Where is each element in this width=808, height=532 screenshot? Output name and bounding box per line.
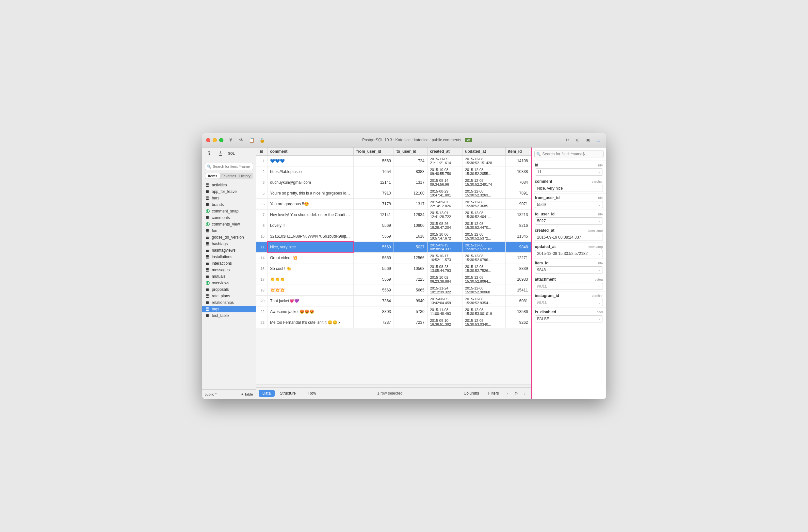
table-row[interactable]: 22Awesome jacket 😍😍😍830357302015-11-0311… (256, 306, 531, 317)
cell-comment[interactable]: Me too Fernanda! It's cute isn't it 😊😊 x (268, 317, 354, 328)
cell-comment[interactable]: You are gorgeous !!😍 (268, 198, 354, 209)
field-value-to_user_id[interactable]: 5027⌄ (535, 217, 603, 225)
table-row[interactable]: 11Nice, very nice556950272015-09-1908:38… (256, 242, 531, 252)
col-created_at[interactable]: created_at (427, 148, 462, 156)
cell-comment[interactable]: $2a$10$HZLN88PNuWWi47uS91b8dR98ijt0kblvc… (268, 231, 354, 242)
cell-created_at: 2015-12-0112:41:28.722 (427, 209, 462, 220)
table-row[interactable]: 16So cool ! 👏5569105682015-08-2813:05:44… (256, 263, 531, 274)
lock-icon[interactable]: 🔒 (259, 136, 266, 144)
table-container[interactable]: idcommentfrom_user_idto_user_idcreated_a… (256, 148, 531, 384)
col-from_user_id[interactable]: from_user_id (354, 148, 394, 156)
maximize-button[interactable] (219, 138, 223, 142)
cell-comment[interactable]: Great video! 💥 (268, 252, 354, 263)
field-value-from_user_id[interactable]: 5569⌄ (535, 201, 603, 208)
sidebar-item-brands[interactable]: brands (202, 202, 256, 208)
table-row[interactable]: 1💙💙💙55697242015-11-0921:11:21.6142015-12… (256, 155, 531, 166)
sidebar-item-hashtags[interactable]: hashtags (202, 241, 256, 247)
close-button[interactable] (206, 138, 210, 142)
field-value-attachment[interactable]: NULL⌄ (535, 283, 603, 290)
tab-items[interactable]: Items (205, 173, 220, 178)
add-table-button[interactable]: + Table (241, 392, 253, 396)
table-row[interactable]: 20That jacket💗💜736499402015-08-0513:42:0… (256, 296, 531, 306)
tab-data-button[interactable]: Data (259, 390, 275, 397)
col-item_id[interactable]: item_id (505, 148, 531, 156)
table-row[interactable]: 17👏👏👏556972252015-10-0206:23:38.8842015-… (256, 274, 531, 285)
table-row[interactable]: 10$2a$10$HZLN88PNuWWi47uS91b8dR98ijt0kbl… (256, 231, 531, 242)
sidebar-search-input[interactable] (205, 163, 253, 170)
cell-comment[interactable]: Lovely!!! (268, 220, 354, 231)
sidebar-item-interactions[interactable]: interactions (202, 260, 256, 267)
sidebar-item-comments_view[interactable]: comments_view (202, 221, 256, 227)
field-value-is_disabled[interactable]: FALSE⌄ (535, 315, 603, 322)
table-row[interactable]: 19💥💥💥556956652015-11-2410:12:39.3222015-… (256, 285, 531, 296)
add-row-button[interactable]: + Row (301, 390, 320, 397)
field-value-comment[interactable]: Nice, very nice⌄ (535, 185, 603, 192)
sidebar-item-installations[interactable]: installations (202, 253, 256, 260)
field-value-updated_at[interactable]: 2015-12-08 15:30:52.572182⌄ (535, 250, 603, 257)
sidebar-item-mutuals[interactable]: mutuals (202, 273, 256, 280)
table-row[interactable]: 2https://tableplus.io165483832015-10-030… (256, 166, 531, 177)
horizontal-scrollbar[interactable] (256, 384, 531, 387)
cell-comment[interactable]: 💙💙💙 (268, 155, 354, 166)
cell-comment[interactable]: So cool ! 👏 (268, 263, 354, 274)
grid-icon[interactable]: ⊞ (574, 136, 581, 144)
table-row[interactable]: 14Great video! 💥5569125662015-10-1716:52… (256, 252, 531, 263)
next-page-icon[interactable]: › (521, 390, 529, 397)
sidebar-item-goose_db_version[interactable]: goose_db_version (202, 234, 256, 241)
settings-icon[interactable]: ⚙ (513, 390, 520, 397)
cell-comment[interactable]: That jacket💗💜 (268, 296, 354, 306)
sidebar-item-relationships[interactable]: relationships (202, 299, 256, 306)
sidebar-item-rate_plans[interactable]: rate_plans (202, 293, 256, 299)
cell-comment[interactable]: Awesome jacket 😍😍😍 (268, 306, 354, 317)
table-row[interactable]: 3duchuykun@gmail.com1214113172015-08-140… (256, 177, 531, 188)
tab-history[interactable]: History (237, 173, 252, 178)
table-row[interactable]: 6You are gorgeous !!😍717813172015-09-072… (256, 198, 531, 209)
sidebar-item-app_for_leave[interactable]: app_for_leave (202, 188, 256, 195)
table-row[interactable]: 5You're so pretty, this is a nice ni gor… (256, 188, 531, 198)
cell-comment[interactable]: 👏👏👏 (268, 274, 354, 285)
sidebar-item-bars[interactable]: bars (202, 195, 256, 202)
sidebar-item-messages[interactable]: messages (202, 267, 256, 273)
refresh-icon[interactable]: ↻ (564, 136, 571, 144)
cell-comment[interactable]: Nice, very nice (268, 242, 354, 252)
filters-button[interactable]: Filters (484, 390, 503, 397)
field-value-created_at[interactable]: 2015-09-19 08:38:24.337⌄ (535, 234, 603, 241)
sidebar-item-foo[interactable]: foo (202, 227, 256, 234)
right-panel-search-input[interactable] (534, 150, 604, 158)
panel-left-icon[interactable]: ▣ (585, 136, 592, 144)
sidebar-item-test_table[interactable]: test_table (202, 312, 256, 319)
sidebar-item-comments[interactable]: comments (202, 214, 256, 221)
server-icon[interactable]: 🗄 (216, 150, 225, 157)
sidebar-item-proposals[interactable]: proposals (202, 286, 256, 293)
sidebar-item-overviews[interactable]: overviews (202, 280, 256, 286)
cell-comment[interactable]: You're so pretty, this is a nice ni gorg… (268, 188, 354, 198)
cell-comment[interactable]: duchuykun@gmail.com (268, 177, 354, 188)
cell-comment[interactable]: https://tableplus.io (268, 166, 354, 177)
tab-structure-button[interactable]: Structure (276, 390, 300, 397)
sidebar-item-tags[interactable]: tags (202, 306, 256, 312)
col-updated_at[interactable]: updated_at (462, 148, 505, 156)
minimize-button[interactable] (213, 138, 217, 142)
col-to_user_id[interactable]: to_user_id (394, 148, 427, 156)
field-value-id[interactable]: 11⌄ (535, 168, 603, 176)
schema-select[interactable]: public ⌃ (205, 392, 239, 396)
cell-comment[interactable]: Hey lovely! You should def. enter the Ch… (268, 209, 354, 220)
prev-page-icon[interactable]: ‹ (504, 390, 511, 397)
sql-icon[interactable]: SQL (227, 150, 236, 157)
field-value-item_id[interactable]: 9848⌄ (535, 266, 603, 273)
tab-favorites[interactable]: Favorites (220, 173, 237, 178)
col-comment[interactable]: comment (268, 148, 354, 156)
panel-right-icon[interactable]: ▢ (595, 136, 602, 144)
document-icon[interactable]: 📋 (248, 136, 255, 144)
field-value-instagram_id[interactable]: NULL⌄ (535, 299, 603, 306)
cell-comment[interactable]: 💥💥💥 (268, 285, 354, 296)
sidebar-item-activities[interactable]: activities (202, 182, 256, 188)
sidebar-item-comment_snap[interactable]: comment_snap (202, 208, 256, 214)
table-row[interactable]: 8Lovely!!!5569108062015-08-2618:28:47.20… (256, 220, 531, 231)
database-icon[interactable]: 🎙 (205, 150, 214, 157)
eye-icon[interactable]: 👁 (238, 136, 245, 144)
sidebar-item-hashtagviews[interactable]: hashtagviews (202, 247, 256, 253)
columns-button[interactable]: Columns (460, 390, 483, 397)
table-row[interactable]: 23Me too Fernanda! It's cute isn't it 😊😊… (256, 317, 531, 328)
table-row[interactable]: 7Hey lovely! You should def. enter the C… (256, 209, 531, 220)
